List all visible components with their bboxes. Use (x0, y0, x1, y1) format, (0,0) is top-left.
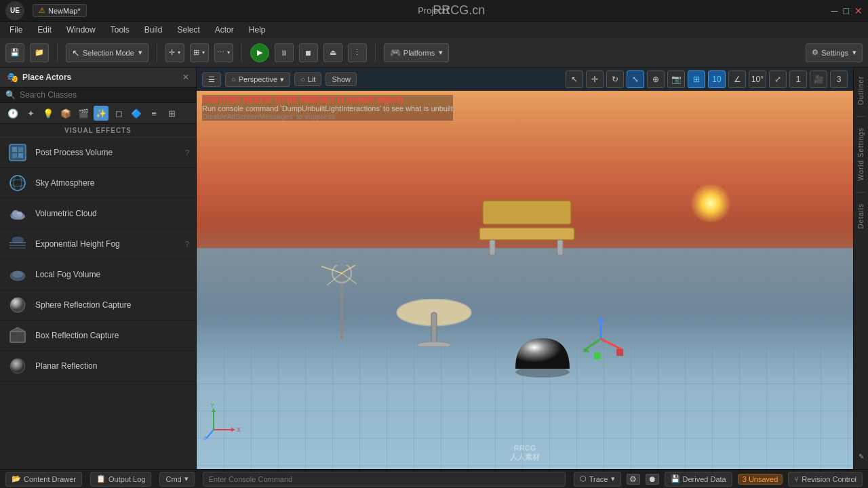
actor-item-local-fog-volume[interactable]: Local Fog Volume (0, 260, 196, 290)
actor-item-exponential-height-fog[interactable]: Exponential Height Fog ? (0, 229, 196, 260)
edit-icon[interactable]: ✎ (854, 449, 869, 464)
details-tab[interactable]: Details (856, 198, 866, 235)
panel-close-button[interactable]: ✕ (182, 73, 189, 82)
exponential-height-fog-help-icon[interactable]: ? (185, 240, 189, 248)
revision-control-button[interactable]: ⑂ Revision Control (788, 472, 863, 487)
actor-item-box-reflection[interactable]: Box Reflection Capture (0, 321, 196, 351)
move-tool-button[interactable]: ✛ (586, 70, 604, 88)
derived-data-button[interactable]: 💾 Derived Data (665, 472, 732, 487)
cat-recent-icon[interactable]: 🕐 (5, 106, 20, 121)
actor-item-planar-reflection[interactable]: Planar Reflection (0, 351, 196, 382)
trace-record-icon[interactable]: ⏺ (646, 474, 659, 485)
settings-button[interactable]: ⚙ Settings ▾ (806, 43, 863, 62)
unsaved-badge[interactable]: 3 Unsaved (738, 474, 783, 485)
angle-value-label: 10° (751, 75, 764, 84)
viewport-num1[interactable]: 1 (789, 70, 807, 88)
selection-mode-button[interactable]: ↖ Selection Mode ▾ (66, 43, 149, 62)
perspective-button[interactable]: ○ Perspective ▾ (225, 73, 290, 87)
cat-vfx-icon[interactable]: ✨ (94, 106, 108, 121)
lit-icon: ○ (300, 75, 305, 83)
cat-all-icon[interactable]: ≡ (146, 106, 161, 121)
content-drawer-button[interactable]: 📂 Content Drawer (5, 472, 82, 487)
snap-settings-button[interactable]: ⊕ (647, 70, 665, 88)
menu-bar: File Edit Window Tools Build Select Acto… (0, 22, 868, 38)
trace-button[interactable]: ⬡ Trace ▾ (574, 472, 621, 487)
lit-button[interactable]: ○ Lit (294, 73, 321, 86)
ue-logo: UE (5, 1, 24, 20)
svg-point-19 (10, 298, 25, 312)
svg-rect-26 (490, 240, 495, 255)
angle-snap-button[interactable]: ∠ (728, 70, 746, 88)
close-button[interactable]: ✕ (854, 5, 863, 16)
menu-build[interactable]: Build (138, 24, 170, 36)
post-process-label: Post Process Volume (35, 148, 178, 157)
cmd-dropdown-icon: ▾ (184, 474, 189, 483)
unsaved-label: 3 Unsaved (743, 475, 778, 483)
cmd-dropdown[interactable]: Cmd ▾ (159, 472, 194, 487)
pause-button[interactable]: ⏸ (275, 43, 294, 62)
angle-value-button[interactable]: 10° (749, 70, 766, 88)
actor-item-volumetric-cloud[interactable]: Volumetric Cloud (0, 199, 196, 229)
menu-window[interactable]: Window (60, 24, 102, 36)
world-settings-tab[interactable]: World Settings (856, 122, 866, 186)
search-input[interactable] (20, 90, 191, 100)
actor-item-sky-atmosphere[interactable]: Sky Atmosphere (0, 168, 196, 199)
sphere-reflection-icon (7, 294, 28, 316)
svg-rect-3 (12, 153, 17, 158)
map-name-badge[interactable]: ⚠ NewMap* (33, 4, 87, 17)
save-all-button[interactable]: 📁 (30, 43, 49, 62)
cat-basic-icon[interactable]: ✦ (23, 106, 38, 121)
post-process-help-icon[interactable]: ? (185, 148, 189, 157)
trace-settings-icon[interactable]: ⚙ (627, 474, 640, 485)
play-button[interactable]: ▶ (250, 43, 269, 62)
platforms-button[interactable]: 🎮 Platforms ▾ (384, 43, 449, 62)
menu-help[interactable]: Help (242, 24, 273, 36)
show-button[interactable]: Show (326, 73, 357, 86)
save-button[interactable]: 💾 (5, 43, 24, 62)
minimize-button[interactable]: ─ (831, 5, 838, 16)
menu-select[interactable]: Select (170, 24, 206, 36)
outliner-tab[interactable]: Outliner (856, 70, 866, 110)
cat-geometry-icon[interactable]: ◻ (111, 106, 126, 121)
svg-rect-4 (18, 153, 23, 158)
grid-size-button[interactable]: 10 (708, 70, 726, 88)
main-viewport[interactable]: ☰ ○ Perspective ▾ ○ Lit Show ↖ ✛ ↻ ⤡ ⊕ 📷 (197, 68, 853, 469)
svg-text:Z: Z (203, 436, 207, 440)
cat-shapes-icon[interactable]: 📦 (58, 106, 73, 121)
camera-speed-button[interactable]: 🎥 (810, 70, 827, 88)
scale-tool-button[interactable]: ⤡ (627, 70, 644, 88)
viewport-toolbar: ☰ ○ Perspective ▾ ○ Lit Show ↖ ✛ ↻ ⤡ ⊕ 📷 (197, 68, 853, 91)
eject-button[interactable]: ⏏ (323, 43, 342, 62)
output-log-button[interactable]: 📋 Output Log (90, 472, 151, 487)
viewport-menu-button[interactable]: ☰ (202, 73, 221, 87)
actor-item-sphere-reflection[interactable]: Sphere Reflection Capture (0, 290, 196, 321)
maximize-button[interactable]: □ (844, 5, 849, 16)
camera-settings-button[interactable]: 📷 (667, 70, 685, 88)
actor-item-post-process[interactable]: Post Process Volume ? (0, 138, 196, 168)
cat-light-icon[interactable]: 💡 (41, 106, 56, 121)
menu-file[interactable]: File (3, 24, 29, 36)
viewport-num2[interactable]: 3 (830, 70, 848, 88)
svg-point-30 (417, 342, 451, 346)
cat-cinematic-icon[interactable]: 🎬 (76, 106, 91, 121)
select-tool-button[interactable]: ↖ (566, 70, 583, 88)
more-options-button[interactable]: ⋮ (348, 43, 367, 62)
grid-toggle-button[interactable]: ⊞ (688, 70, 705, 88)
output-log-icon: 📋 (96, 474, 106, 483)
menu-actor[interactable]: Actor (208, 24, 241, 36)
svg-rect-27 (557, 240, 563, 255)
console-command-input[interactable] (203, 472, 566, 487)
cat-extra-icon[interactable]: ⊞ (164, 106, 179, 121)
svg-rect-39 (616, 349, 623, 356)
menu-tools[interactable]: Tools (104, 24, 136, 36)
rotate-tool-button[interactable]: ↻ (606, 70, 624, 88)
stop-button[interactable]: ⏹ (299, 43, 318, 62)
snap-button[interactable]: ⊞▾ (190, 43, 209, 62)
window-controls[interactable]: ─ □ ✕ (831, 5, 863, 16)
warning-icon: ⚠ (39, 6, 45, 15)
surface-button[interactable]: ⋯▾ (214, 43, 233, 62)
menu-edit[interactable]: Edit (31, 24, 58, 36)
cat-volumes-icon[interactable]: 🔷 (129, 106, 144, 121)
expand-button[interactable]: ⤢ (769, 70, 787, 88)
transform-button[interactable]: ✛▾ (165, 43, 184, 62)
